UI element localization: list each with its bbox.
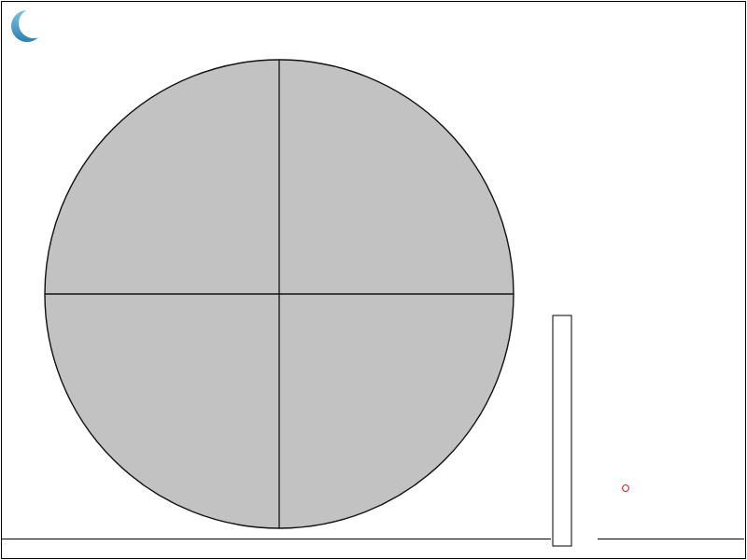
footer-divider <box>2 539 551 539</box>
doppler-colorbar <box>553 315 571 546</box>
footer-divider-right <box>598 539 744 539</box>
skymap-plot <box>0 0 747 560</box>
positive-legend <box>620 369 626 385</box>
negative-legend <box>622 480 635 494</box>
circle-marker-icon <box>622 484 629 492</box>
skymap-window <box>0 0 747 560</box>
